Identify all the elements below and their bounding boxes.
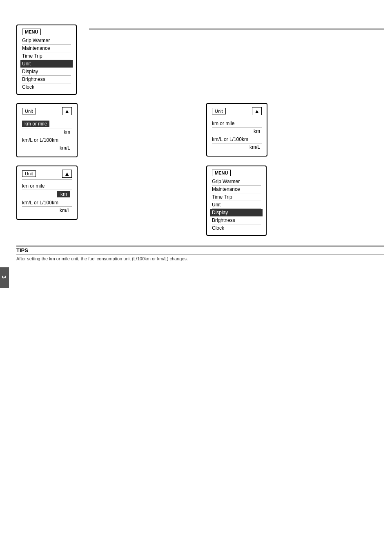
- bottom-left-unit-box: Unit ▲ km or mile km km/L or L/100km km/…: [16, 166, 78, 220]
- tips-text: After setting the km or mile unit, the f…: [16, 256, 384, 261]
- tips-header: TIPS: [16, 246, 384, 255]
- warning-icon-3: ▲: [62, 170, 72, 178]
- bottom-right-menu-box: MENU Grip Warmer Maintenance Time Trip U…: [206, 166, 267, 236]
- menu-item-brightness-2[interactable]: Brightness: [212, 217, 261, 224]
- unit-row-kml-1[interactable]: km/L or L/100km km/L: [22, 137, 72, 151]
- menu-item-display[interactable]: Display: [22, 68, 71, 76]
- unit-row-kml-2[interactable]: km/L or L/100km km/L: [212, 137, 262, 150]
- unit-row-km-or-mile-1[interactable]: km or mile km: [22, 121, 72, 135]
- menu-item-time-trip[interactable]: Time Trip: [22, 52, 71, 60]
- warning-icon-2: ▲: [252, 107, 262, 115]
- menu-title: MENU: [22, 29, 41, 35]
- middle-left-unit-box: Unit ▲ km or mile km km/L or L/100km km/…: [16, 103, 78, 157]
- middle-left-panel: Unit ▲ km or mile km km/L or L/100km km/…: [16, 103, 194, 157]
- bottom-left-panel: Unit ▲ km or mile km km/L or L/100km km/…: [16, 166, 194, 236]
- menu-item-unit-2[interactable]: Unit: [212, 201, 261, 209]
- menu-item-brightness[interactable]: Brightness: [22, 76, 71, 83]
- main-menu-box: MENU Grip Warmer Maintenance Time Trip U…: [16, 25, 77, 95]
- top-menu-panel: MENU Grip Warmer Maintenance Time Trip U…: [16, 25, 77, 95]
- menu-item-maintenance-2[interactable]: Maintenance: [212, 186, 261, 193]
- menu-item-grip-warmer-2[interactable]: Grip Warmer: [212, 178, 261, 186]
- menu-item-time-trip-2[interactable]: Time Trip: [212, 193, 261, 201]
- menu-item-clock[interactable]: Clock: [22, 83, 71, 91]
- menu-title-2: MENU: [212, 170, 231, 176]
- top-description-area: [89, 25, 384, 95]
- unit-title-2: Unit: [212, 108, 226, 114]
- menu-item-grip-warmer[interactable]: Grip Warmer: [22, 37, 71, 45]
- top-divider: [89, 29, 384, 29]
- km-or-mile-label-selected: km or mile: [22, 121, 49, 127]
- unit-row-kml-3[interactable]: km/L or L/100km km/L: [22, 200, 72, 213]
- km-value-selected: km: [57, 191, 70, 197]
- menu-item-unit[interactable]: Unit: [20, 60, 73, 68]
- middle-right-unit-box: Unit ▲ km or mile km km/L or L/100km km/…: [206, 103, 267, 157]
- unit-row-km-or-mile-2[interactable]: km or mile km: [212, 121, 262, 134]
- middle-right-panel: Unit ▲ km or mile km km/L or L/100km km/…: [206, 103, 384, 157]
- menu-item-maintenance[interactable]: Maintenance: [22, 45, 71, 52]
- page-number: 3: [0, 267, 9, 288]
- bottom-right-panel: MENU Grip Warmer Maintenance Time Trip U…: [206, 166, 384, 236]
- unit-row-km-or-mile-3[interactable]: km or mile km: [22, 183, 72, 197]
- warning-icon-1: ▲: [62, 107, 72, 115]
- menu-item-display-2[interactable]: Display: [210, 209, 263, 217]
- tips-section: TIPS After setting the km or mile unit, …: [16, 246, 384, 261]
- unit-title-3: Unit: [22, 170, 36, 177]
- unit-title-1: Unit: [22, 108, 36, 114]
- menu-item-clock-2[interactable]: Clock: [212, 224, 261, 232]
